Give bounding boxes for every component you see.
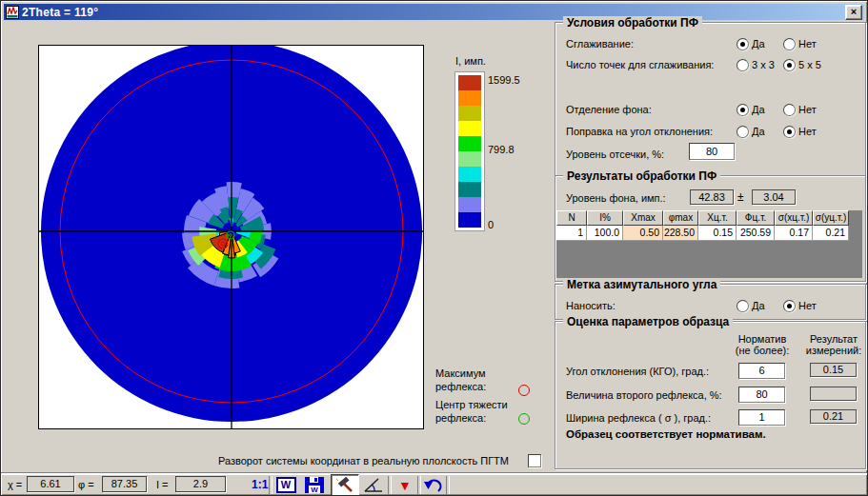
radio-row-label-0: Сглаживание: [566,38,634,50]
table-cell[interactable]: 228.50 [663,226,698,241]
svg-text:W: W [311,486,318,494]
result-column-header: Результат измерений: [801,333,866,356]
verdict-text: Образец соответствует нормативам. [566,428,766,440]
close-button[interactable]: × [845,5,862,20]
radio-label[interactable]: Нет [798,38,817,50]
result-field-1 [810,387,857,401]
legend-mid-label: 799.8 [488,144,515,155]
norm-input-1[interactable]: 80 [738,387,785,403]
pole-figure-plot[interactable] [38,45,424,429]
app-icon [6,6,19,19]
azimuth-mark-title: Метка азимутального угла [563,278,720,291]
legend-color-block [458,136,481,151]
table-cell[interactable]: 0.21 [813,226,849,241]
radio-label[interactable]: Да [752,300,765,311]
radio-да[interactable] [737,104,749,116]
norm-input-0[interactable]: 6 [738,363,785,379]
title-bar[interactable]: 2Theta = 119° × [4,4,864,20]
table-header-cell[interactable]: Фц.т. [737,210,775,226]
radio-label[interactable]: Да [752,104,765,115]
result-field-2: 0.21 [810,409,857,424]
radio-label[interactable]: Нет [798,104,817,115]
legend-color-block [458,182,481,197]
radio-нет[interactable] [783,300,796,312]
process-tool-button[interactable] [331,474,359,496]
table-header-cell[interactable]: I% [587,210,623,226]
phi-value-field: 87.35 [102,476,147,492]
angle-measure-button[interactable] [361,476,386,494]
radio-label[interactable]: Да [752,126,765,137]
radio-да[interactable] [737,126,749,138]
radio-label[interactable]: Да [752,38,765,50]
background-level-error: 3.04 [752,189,796,205]
legend-min-label: 0 [488,219,494,230]
export-word-button[interactable]: W [273,476,298,494]
table-header-cell[interactable]: Хmax [623,210,663,226]
background-level-label: Уровень фона, имп.: [566,192,666,204]
table-cell[interactable]: 0.15 [698,226,737,241]
radio-5x5[interactable] [783,59,796,71]
undo-arrow-icon [423,477,444,494]
chi-value-field: 6.61 [27,476,74,492]
background-level-value: 42.83 [690,189,734,205]
table-header-cell[interactable]: Хц.т. [698,210,737,226]
window-title: 2Theta = 119° [22,6,98,19]
table-cell[interactable]: 250.59 [737,226,775,241]
centroid-marker-icon [518,413,530,425]
radio-нет[interactable] [783,104,796,116]
rotate-coords-label: Разворот системы координат в реальную пл… [218,455,509,466]
radio-да[interactable] [737,300,749,312]
processing-results-title: Результаты обработки ПФ [563,169,720,183]
table-header-cell[interactable]: σ(хц.т.) [775,210,813,226]
sample-assessment-group: Оценка параметров образца Норматив (не б… [555,321,866,469]
undo-button[interactable] [421,476,446,494]
radio-3x3[interactable] [737,59,749,71]
radio-нет[interactable] [783,38,796,50]
processing-conditions-group: Условия обработки ПФ Сглаживание:ДаНетЧи… [555,22,866,176]
legend-color-block [458,212,481,228]
norm-input-2[interactable]: 1 [738,409,785,426]
cutoff-label: Уровень отсечки, %: [566,149,664,160]
legend-max-label: 1599.5 [488,74,520,86]
radio-label[interactable]: 5 x 5 [798,59,821,70]
floppy-icon: W [304,476,325,494]
intensity-color-scale [454,71,485,231]
radio-нет[interactable] [783,126,796,138]
maximum-marker-label: Максимум рефлекса: [435,367,486,393]
radio-label[interactable]: 3 x 3 [752,59,775,70]
table-row[interactable]: 1100.00.50228.500.15250.590.170.21 [556,226,862,241]
assessment-row-label-1: Величина второго рефлекса, %: [566,389,722,401]
legend-color-block [458,151,481,167]
plus-minus-sign: ± [737,190,744,204]
cutoff-input[interactable]: 80 [689,143,735,160]
radio-label[interactable]: Нет [798,126,817,137]
centroid-marker-label: Центр тяжести рефлекса: [435,398,508,425]
toolbar-separator [446,476,450,494]
table-header-cell[interactable]: σ(уц.т.) [813,210,849,226]
legend-title: I, имп. [455,55,486,67]
word-icon: W [276,477,296,493]
legend-color-block [458,197,481,212]
legend-color-block [458,121,481,136]
scale-1-1-button[interactable]: 1:1 [252,478,268,491]
marker-triangle-button[interactable]: ▼ [393,476,417,494]
table-cell[interactable]: 0.50 [623,226,663,241]
radio-label[interactable]: Нет [798,300,817,311]
legend-color-block [458,75,481,90]
results-table[interactable]: NI%ХmaxφmaxХц.т.Фц.т.σ(хц.т.)σ(уц.т.) 11… [556,210,862,278]
app-window: 2Theta = 119° × I, имп. 1599.5 799.8 0 М… [0,0,868,496]
radio-да[interactable] [737,38,749,50]
intensity-value-field: 2.9 [175,476,226,492]
statusbar-separator [1,472,868,475]
table-cell[interactable]: 100.0 [587,226,623,241]
save-report-button[interactable]: W [302,476,327,494]
table-cell[interactable]: 1 [556,226,587,241]
rotate-coords-checkbox[interactable] [528,454,541,467]
table-cell[interactable]: 0.17 [775,226,813,241]
table-header-cell[interactable]: N [556,210,587,226]
sample-assessment-title: Оценка параметров образца [563,315,733,328]
radio-row-label-0: Наносить: [566,300,616,311]
angle-icon [362,476,385,494]
table-header-cell[interactable]: φmax [663,210,698,226]
chi-label: χ = [8,479,22,490]
